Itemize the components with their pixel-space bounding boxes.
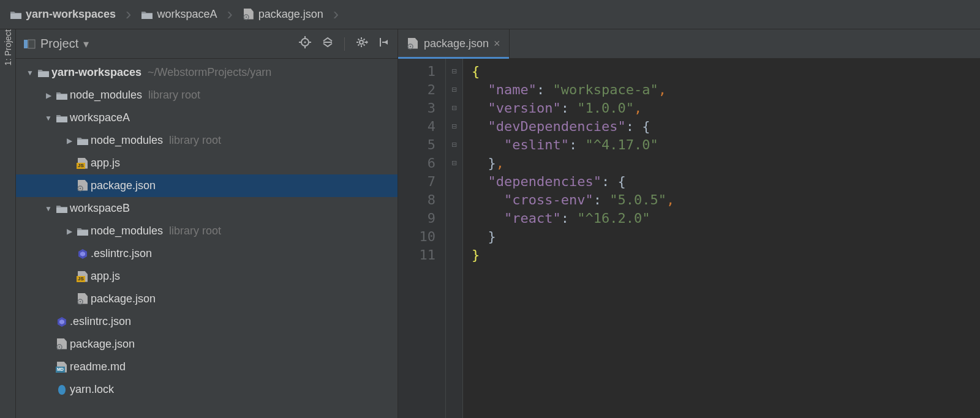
svg-rect-24 — [38, 72, 49, 77]
svg-rect-5 — [28, 40, 35, 48]
line-number[interactable]: 10 — [398, 228, 435, 246]
code-line[interactable]: { — [472, 62, 980, 81]
gear-icon[interactable] — [356, 36, 368, 51]
editor-tab[interactable]: package.json× — [398, 29, 510, 58]
project-tree[interactable]: ▼yarn-workspaces~/WebstormProjects/yarn▶… — [16, 59, 398, 418]
code-editor[interactable]: { "name": "workspace-a", "version": "1.0… — [463, 59, 980, 418]
code-line[interactable]: "eslint": "^4.17.0" — [472, 136, 980, 154]
svg-rect-26 — [56, 117, 67, 122]
tree-row[interactable]: .eslintrc.json — [16, 310, 398, 333]
breadcrumb-item[interactable]: package.json› — [239, 6, 345, 23]
tree-label: node_modules — [70, 89, 142, 102]
line-number[interactable]: 6 — [398, 154, 435, 173]
tree-row[interactable]: MDreadme.md — [16, 356, 398, 378]
hide-icon[interactable] — [379, 36, 390, 51]
tree-hint: library root — [169, 225, 221, 237]
tree-row[interactable]: package.json — [16, 288, 398, 310]
svg-rect-30 — [56, 207, 67, 213]
svg-point-41 — [410, 45, 412, 47]
project-view-icon — [23, 39, 36, 50]
code-line[interactable]: "name": "workspace-a", — [472, 81, 980, 99]
tree-hint: library root — [148, 89, 200, 102]
collapse-all-icon[interactable] — [322, 36, 333, 51]
line-number[interactable]: 5 — [398, 136, 435, 154]
tree-row[interactable]: package.json — [16, 174, 398, 197]
tree-row[interactable]: JSapp.js — [16, 265, 398, 288]
tree-row[interactable]: ▼workspaceA — [16, 106, 398, 129]
chevron-right-icon: › — [333, 6, 339, 23]
tree-row[interactable]: ▶node_moduleslibrary root — [16, 84, 398, 106]
code-line[interactable]: "dependencies": { — [472, 173, 980, 191]
json-file-icon — [243, 9, 255, 21]
tree-label: workspaceB — [70, 202, 130, 215]
tree-row[interactable]: ▶node_moduleslibrary root — [16, 220, 398, 242]
breadcrumb-item[interactable]: workspaceA› — [137, 6, 238, 23]
line-number[interactable]: 9 — [398, 209, 435, 228]
code-line[interactable]: "version": "1.0.0", — [472, 99, 980, 118]
svg-rect-25 — [56, 94, 67, 100]
code-line[interactable]: "devDependencies": { — [472, 118, 980, 136]
tree-row[interactable]: .eslintrc.json — [16, 242, 398, 265]
fold-gutter[interactable]: ⊟⊟⊟⊟⊟⊟ — [446, 59, 463, 418]
breadcrumb-item[interactable]: yarn-workspaces› — [6, 6, 137, 23]
line-number[interactable]: 4 — [398, 118, 435, 136]
code-line[interactable]: } — [472, 228, 980, 246]
expand-arrow-icon[interactable]: ▼ — [43, 204, 54, 213]
tab-label: package.json — [424, 37, 489, 50]
svg-rect-1 — [141, 13, 153, 19]
code-line[interactable]: "react": "^16.2.0" — [472, 209, 980, 228]
tree-row[interactable]: ▼yarn-workspaces~/WebstormProjects/yarn — [16, 61, 398, 84]
tree-row[interactable]: yarn.lock — [16, 378, 398, 401]
close-icon[interactable]: × — [494, 37, 500, 50]
svg-point-35 — [80, 300, 81, 302]
fold-marker[interactable]: ⊟ — [446, 62, 462, 80]
svg-point-29 — [80, 187, 81, 189]
tree-label: yarn-workspaces — [51, 66, 141, 79]
editor-area: package.json× 1234567891011 ⊟⊟⊟⊟⊟⊟ { "na… — [398, 29, 980, 418]
eslint-file-icon — [77, 248, 88, 259]
code-line[interactable]: }, — [472, 154, 980, 173]
expand-arrow-icon[interactable]: ▼ — [24, 69, 36, 77]
tree-row[interactable]: ▼workspaceB — [16, 197, 398, 220]
line-number-gutter[interactable]: 1234567891011 — [398, 59, 446, 418]
tree-label: .eslintrc.json — [70, 315, 131, 328]
fold-marker[interactable]: ⊟ — [446, 80, 462, 99]
tree-label: app.js — [91, 270, 120, 283]
line-number[interactable]: 1 — [398, 62, 435, 81]
folder-icon — [10, 10, 22, 20]
expand-arrow-icon[interactable]: ▼ — [43, 114, 54, 122]
fold-marker[interactable]: ⊟ — [446, 117, 462, 135]
sidebar-title[interactable]: Project — [40, 37, 78, 51]
tree-label: yarn.lock — [70, 383, 114, 396]
tree-row[interactable]: ▶node_moduleslibrary root — [16, 129, 398, 152]
fold-marker[interactable]: ⊟ — [446, 99, 462, 117]
json-file-icon — [407, 38, 419, 50]
folder-icon — [141, 10, 153, 20]
folder-icon — [77, 226, 89, 236]
line-number[interactable]: 11 — [398, 246, 435, 264]
expand-arrow-icon[interactable]: ▶ — [43, 91, 54, 100]
project-sidebar: Project ▾ ▼yarn-workspaces~/WebstormProj… — [16, 29, 398, 418]
code-line[interactable]: } — [472, 246, 980, 264]
chevron-right-icon: › — [126, 6, 131, 23]
line-number[interactable]: 2 — [398, 81, 435, 99]
tree-row[interactable]: JSapp.js — [16, 152, 398, 174]
tree-row[interactable]: package.json — [16, 333, 398, 356]
fold-marker[interactable]: ⊟ — [446, 154, 462, 172]
svg-line-20 — [358, 45, 360, 46]
locate-icon[interactable] — [299, 36, 311, 51]
tree-label: node_modules — [91, 225, 163, 237]
line-number[interactable]: 3 — [398, 99, 435, 118]
line-number[interactable]: 8 — [398, 191, 435, 209]
expand-arrow-icon[interactable]: ▶ — [64, 227, 75, 236]
tree-label: node_modules — [91, 134, 163, 147]
folder-icon — [56, 204, 68, 214]
chevron-down-icon[interactable]: ▾ — [83, 37, 89, 51]
editor-tabs: package.json× — [398, 29, 980, 59]
fold-marker[interactable]: ⊟ — [446, 135, 462, 154]
line-number[interactable]: 7 — [398, 173, 435, 191]
breadcrumb-label: workspaceA — [157, 8, 217, 21]
code-line[interactable]: "cross-env": "5.0.5", — [472, 191, 980, 209]
toolwindow-stripe[interactable]: 1: Project — [0, 29, 16, 418]
expand-arrow-icon[interactable]: ▶ — [64, 136, 75, 145]
